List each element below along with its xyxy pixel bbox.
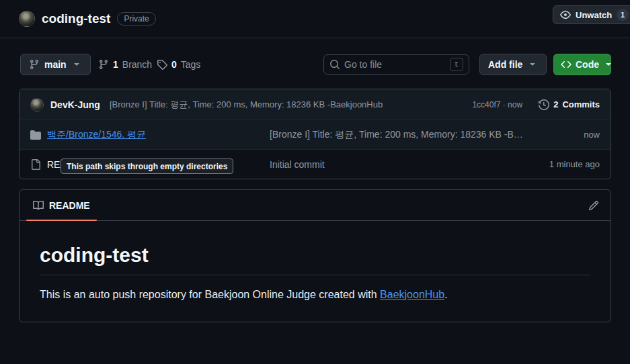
- readme-panel: README coding-test This is an auto push …: [19, 189, 611, 322]
- repo-name-link[interactable]: coding-test: [42, 11, 110, 26]
- add-file-label: Add file: [488, 59, 522, 70]
- file-icon: [30, 159, 41, 170]
- tab-readme[interactable]: README: [25, 190, 98, 220]
- watchers-count: 1: [617, 9, 629, 21]
- history-icon: [539, 99, 549, 110]
- chevron-down-icon: [527, 59, 538, 70]
- github-repo-page: { "colors": { "page_bg": "#0d1117", "pan…: [0, 0, 630, 364]
- code-icon: [561, 59, 572, 70]
- readme-header: README: [19, 190, 611, 221]
- tags-count: 0: [171, 59, 177, 70]
- go-to-file-search[interactable]: t: [323, 54, 469, 75]
- repo-title-group: coding-test Private: [19, 7, 156, 30]
- search-icon: [329, 59, 340, 70]
- baekjoonhub-link[interactable]: BaekjoonHub: [380, 289, 444, 300]
- readme-paragraph: This is an auto push repository for Baek…: [40, 287, 590, 303]
- code-button[interactable]: Code: [553, 54, 611, 75]
- commits-label: Commits: [562, 99, 600, 109]
- unwatch-button[interactable]: Unwatch 1: [553, 5, 630, 24]
- go-to-file-input[interactable]: [344, 59, 446, 70]
- visibility-badge: Private: [117, 12, 155, 26]
- latest-commit-message-link[interactable]: [Bronze I] Title: 평균, Time: 200 ms, Memo…: [110, 99, 458, 111]
- repo-header: coding-test Private Unwatch 1: [0, 0, 630, 38]
- readme-text: This is an auto push repository for Baek…: [40, 289, 380, 300]
- row-commit-message-link[interactable]: Initial commit: [270, 159, 549, 170]
- row-commit-message-link[interactable]: [Bronze I] Title: 평균, Time: 200 ms, Memo…: [270, 129, 584, 141]
- git-branch-icon: [29, 59, 40, 70]
- branches-label: Branch: [122, 59, 152, 70]
- pencil-icon: [588, 200, 599, 211]
- chevron-down-icon: [603, 59, 614, 70]
- eye-icon: [560, 9, 571, 20]
- book-icon: [33, 200, 44, 211]
- path-tooltip: This path skips through empty directorie…: [61, 158, 233, 174]
- branches-link[interactable]: 1 Branch: [98, 59, 152, 70]
- folder-icon: [30, 130, 41, 140]
- latest-commit-bar[interactable]: DevK-Jung [Bronze I] Title: 평균, Time: 20…: [19, 89, 611, 120]
- edit-readme-button[interactable]: [582, 195, 605, 216]
- chevron-down-icon: [71, 59, 82, 70]
- add-file-button[interactable]: Add file: [479, 54, 547, 75]
- commit-author-avatar[interactable]: [30, 98, 44, 111]
- tag-icon: [157, 59, 167, 70]
- commits-count: 2: [553, 99, 558, 109]
- commit-sha-and-time[interactable]: 1cc40f7 · now: [472, 100, 522, 109]
- code-label: Code: [576, 59, 599, 70]
- readme-text: .: [444, 289, 447, 300]
- commit-author-link[interactable]: DevK-Jung: [50, 99, 100, 110]
- tags-link[interactable]: 0 Tags: [157, 59, 200, 70]
- branches-count: 1: [113, 59, 118, 70]
- shortcut-key-hint: t: [450, 58, 463, 71]
- tags-label: Tags: [181, 59, 201, 70]
- branch-selector-button[interactable]: main: [20, 54, 91, 75]
- readme-tab-label: README: [49, 200, 90, 211]
- table-row-directory[interactable]: 백준/Bronze/1546. 평균 [Bronze I] Title: 평균,…: [19, 120, 611, 149]
- unwatch-label: Unwatch: [576, 10, 612, 20]
- repo-owner-avatar[interactable]: [19, 11, 35, 27]
- row-updated-time: 1 minute ago: [549, 159, 600, 169]
- commit-history-link[interactable]: 2 Commits: [539, 99, 600, 110]
- current-branch-label: main: [44, 59, 67, 70]
- directory-link[interactable]: 백준/Bronze/1546. 평균: [47, 129, 146, 141]
- readme-content: coding-test This is an auto push reposit…: [19, 221, 611, 303]
- readme-heading: coding-test: [40, 244, 590, 275]
- row-updated-time: now: [584, 130, 600, 140]
- git-branch-icon: [98, 59, 109, 70]
